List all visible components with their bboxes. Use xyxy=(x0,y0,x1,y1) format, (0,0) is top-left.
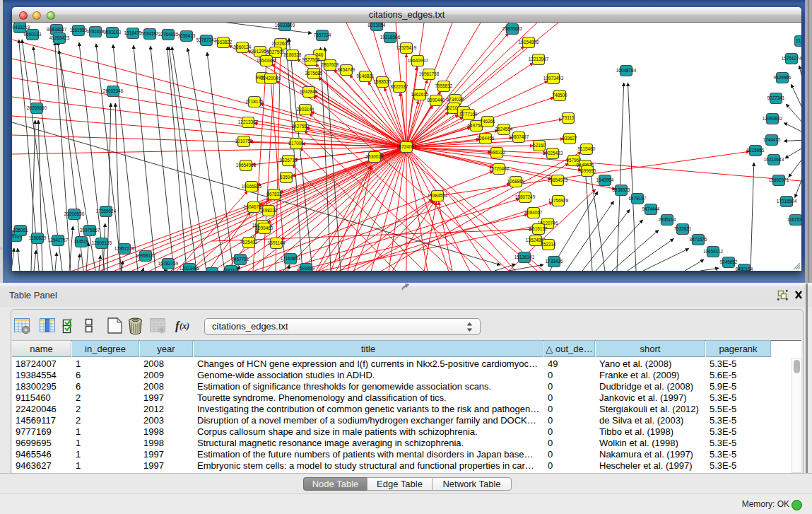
svg-text:19166825: 19166825 xyxy=(242,184,262,189)
svg-text:817006: 817006 xyxy=(288,141,304,146)
svg-text:9329966: 9329966 xyxy=(774,75,792,80)
svg-text:8471676: 8471676 xyxy=(690,237,707,242)
svg-text:16543382: 16543382 xyxy=(257,58,277,63)
svg-text:75115: 75115 xyxy=(562,115,575,120)
svg-text:19218506: 19218506 xyxy=(380,35,401,40)
svg-text:10807487: 10807487 xyxy=(509,134,529,139)
svg-text:8480184: 8480184 xyxy=(736,267,753,271)
svg-text:9777169: 9777169 xyxy=(460,112,478,117)
svg-text:16210643: 16210643 xyxy=(764,157,784,162)
svg-text:12093832: 12093832 xyxy=(763,116,783,121)
svg-text:8454749: 8454749 xyxy=(338,67,355,72)
svg-text:9084067: 9084067 xyxy=(525,210,543,215)
svg-text:12942757: 12942757 xyxy=(48,238,69,243)
svg-text:12023488: 12023488 xyxy=(180,266,200,271)
svg-text:7986322: 7986322 xyxy=(488,150,506,155)
svg-text:90838637: 90838637 xyxy=(47,27,67,32)
svg-text:19654963: 19654963 xyxy=(236,163,257,168)
svg-text:10958107: 10958107 xyxy=(136,253,156,258)
svg-text:7663822: 7663822 xyxy=(215,40,233,45)
svg-text:748500: 748500 xyxy=(552,93,567,98)
svg-text:12213369: 12213369 xyxy=(238,119,259,124)
svg-text:16048784: 16048784 xyxy=(616,68,637,73)
svg-text:53594: 53594 xyxy=(280,175,293,180)
svg-text:15692971: 15692971 xyxy=(769,177,789,182)
svg-text:2867608: 2867608 xyxy=(322,62,339,67)
svg-text:12505135: 12505135 xyxy=(92,240,112,245)
svg-text:6734028: 6734028 xyxy=(447,97,464,102)
svg-text:16640910: 16640910 xyxy=(408,58,428,63)
svg-text:8322037: 8322037 xyxy=(391,84,408,89)
svg-text:9327508: 9327508 xyxy=(302,57,320,62)
svg-text:2322605: 2322605 xyxy=(272,41,290,46)
svg-text:6479197: 6479197 xyxy=(629,196,647,201)
svg-text:9227341: 9227341 xyxy=(767,95,785,100)
svg-text:252214: 252214 xyxy=(541,242,556,247)
svg-text:1112: 1112 xyxy=(796,38,801,43)
svg-text:5534192: 5534192 xyxy=(141,31,159,36)
svg-text:9593103: 9593103 xyxy=(104,30,122,35)
svg-text:15751074: 15751074 xyxy=(782,56,801,61)
svg-text:1161559: 1161559 xyxy=(70,28,88,33)
svg-text:1362615: 1362615 xyxy=(411,92,429,97)
svg-text:9242848: 9242848 xyxy=(300,89,318,94)
svg-text:9327509: 9327509 xyxy=(267,49,285,54)
svg-text:7625402: 7625402 xyxy=(240,240,258,245)
svg-text:18724007: 18724007 xyxy=(396,144,417,149)
svg-text:26260650: 26260650 xyxy=(27,105,47,110)
svg-text:1316475: 1316475 xyxy=(124,30,142,35)
svg-text:2718176: 2718176 xyxy=(246,99,264,104)
svg-text:1244415: 1244415 xyxy=(763,137,781,142)
svg-text:1733426: 1733426 xyxy=(546,259,563,264)
svg-text:20206536: 20206536 xyxy=(64,211,85,216)
svg-text:2364456: 2364456 xyxy=(477,136,495,141)
svg-text:10973493: 10973493 xyxy=(543,76,564,81)
svg-text:6099469: 6099469 xyxy=(256,226,273,230)
svg-text:17164853: 17164853 xyxy=(281,256,301,261)
svg-text:40265423: 40265423 xyxy=(49,35,70,40)
svg-text:3287101: 3287101 xyxy=(223,268,240,271)
svg-text:7357224: 7357224 xyxy=(314,33,331,37)
svg-text:53767242: 53767242 xyxy=(196,37,217,42)
svg-text:9245652: 9245652 xyxy=(720,259,738,264)
svg-text:1010755: 1010755 xyxy=(235,139,253,144)
svg-text:15720407: 15720407 xyxy=(489,166,510,171)
svg-text:933627: 933627 xyxy=(562,136,577,141)
svg-text:3624554: 3624554 xyxy=(495,127,513,132)
svg-text:1588520: 1588520 xyxy=(374,79,392,84)
svg-text:17016504: 17016504 xyxy=(777,199,797,204)
svg-text:8186328: 8186328 xyxy=(284,52,302,57)
svg-text:0781618: 0781618 xyxy=(87,29,105,34)
svg-text:8813054: 8813054 xyxy=(368,23,386,28)
svg-text:3675685: 3675685 xyxy=(305,71,323,76)
svg-text:1640954: 1640954 xyxy=(596,177,614,182)
svg-text:1691144: 1691144 xyxy=(268,240,286,245)
svg-text:19384554: 19384554 xyxy=(428,193,448,198)
svg-text:13654923: 13654923 xyxy=(548,177,568,182)
svg-text:9146821: 9146821 xyxy=(357,74,375,78)
svg-text:9115460: 9115460 xyxy=(578,146,596,151)
svg-text:16154808: 16154808 xyxy=(519,40,539,45)
svg-text:16961758: 16961758 xyxy=(419,71,440,76)
svg-text:7632621: 7632621 xyxy=(674,226,692,231)
svg-text:3056413: 3056413 xyxy=(178,33,196,38)
svg-text:12213967: 12213967 xyxy=(529,57,549,62)
svg-text:26053346: 26053346 xyxy=(103,88,124,93)
svg-text:2530023: 2530023 xyxy=(366,154,384,159)
svg-text:867833: 867833 xyxy=(266,192,282,197)
svg-text:62160: 62160 xyxy=(533,143,546,148)
svg-text:1615132: 1615132 xyxy=(530,226,548,231)
svg-text:(x): (x) xyxy=(180,321,189,331)
svg-text:22420046: 22420046 xyxy=(261,76,281,81)
svg-text:12325419: 12325419 xyxy=(396,45,417,50)
svg-text:8427552: 8427552 xyxy=(292,124,310,129)
svg-text:8938923: 8938923 xyxy=(613,187,630,192)
svg-text:16033809: 16033809 xyxy=(275,23,295,28)
svg-text:8849696: 8849696 xyxy=(204,270,221,271)
svg-text:746266: 746266 xyxy=(480,119,495,124)
svg-text:10654112: 10654112 xyxy=(703,249,723,254)
svg-text:13756928: 13756928 xyxy=(548,198,569,203)
svg-text:17359924: 17359924 xyxy=(96,209,117,214)
svg-text:8990448: 8990448 xyxy=(428,98,445,103)
svg-text:17957275: 17957275 xyxy=(114,246,135,251)
